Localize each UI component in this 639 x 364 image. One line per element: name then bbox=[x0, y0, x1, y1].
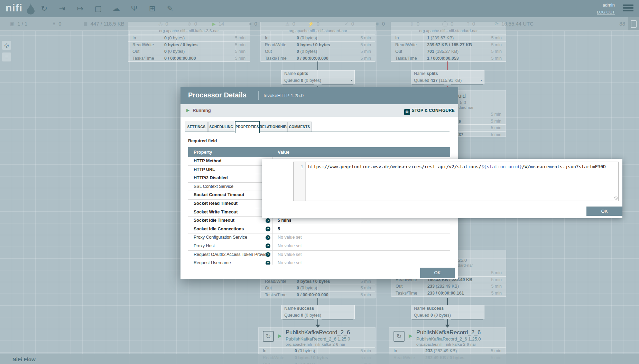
funnel-icon[interactable]: Ψ bbox=[127, 2, 141, 15]
dialog-ok-button[interactable]: OK bbox=[420, 268, 455, 278]
stat-label: Tasks/Time bbox=[265, 56, 297, 61]
processor-bundle: org.apache.nifi - nifi-standard-nar bbox=[261, 27, 375, 35]
stat-label: Tasks/Time bbox=[396, 291, 427, 296]
stop-and-configure-button[interactable]: ⚙STOP & CONFIGURE bbox=[404, 107, 455, 115]
help-icon[interactable]: ? bbox=[266, 227, 270, 231]
processor-bundle: org.apache.nifi - nifi-kafka-2-6-nar bbox=[416, 342, 476, 346]
stat-value: 0 (0 bytes) bbox=[295, 348, 360, 353]
label-icon[interactable]: ✎ bbox=[163, 2, 177, 15]
queued-label: Queued bbox=[414, 78, 429, 83]
processor-icon[interactable]: ↻ bbox=[37, 2, 51, 15]
stat-value: 0 / 00:00:00.000 bbox=[297, 56, 360, 61]
stat-fragment: s bbox=[459, 119, 461, 124]
property-value[interactable]: 5 bbox=[273, 225, 360, 233]
property-value[interactable]: No value set bbox=[273, 233, 360, 242]
tab-settings[interactable]: SETTINGS bbox=[185, 122, 208, 132]
property-name: Socket Connect Timeout? bbox=[188, 191, 273, 199]
help-icon[interactable]: ? bbox=[266, 243, 270, 248]
running-icon: ▶ bbox=[278, 333, 282, 338]
property-row[interactable]: Proxy Configuration Service?No value set bbox=[188, 233, 450, 242]
property-row[interactable]: Socket Idle Connections?5 bbox=[188, 225, 450, 234]
stat-label: Tasks/Time bbox=[132, 56, 164, 61]
property-value[interactable]: No value set bbox=[273, 242, 360, 250]
output-port-icon[interactable]: ↦ bbox=[73, 2, 87, 15]
property-row[interactable]: Request Username?No value set bbox=[188, 259, 450, 265]
property-row[interactable]: Proxy Host?No value set bbox=[188, 242, 450, 251]
stat-window: 5 min bbox=[491, 56, 502, 61]
dialog-title: Processor Details bbox=[188, 91, 247, 99]
backpressure-bars bbox=[281, 319, 355, 321]
document-icon bbox=[631, 20, 637, 28]
stat-window: 5 min bbox=[491, 125, 501, 130]
stat-fragment: 37 bbox=[459, 132, 463, 137]
breadcrumb-bar: NiFi Flow bbox=[0, 354, 639, 364]
stat-label: Read/Write bbox=[265, 42, 297, 47]
stat-value: 1 / 00:00:00.053 bbox=[427, 56, 491, 61]
processor-block[interactable]: org.apache.nifi - nifi-kafka-2-6-nar In0… bbox=[128, 22, 250, 61]
stat-label: In bbox=[265, 36, 297, 40]
tab-relationships[interactable]: RELATIONSHIPS bbox=[259, 122, 287, 132]
stat-window: 5 min bbox=[491, 36, 502, 40]
help-icon[interactable]: ? bbox=[266, 261, 270, 265]
editor-ok-button[interactable]: OK bbox=[586, 207, 622, 216]
stat-window: 5 min bbox=[360, 56, 371, 61]
property-value-editor: 1 https://www.pegelonline.wsv.de/webserv… bbox=[262, 159, 622, 218]
running-icon: ▶ bbox=[186, 108, 189, 113]
tab-scheduling[interactable]: SCHEDULING bbox=[208, 122, 234, 132]
process-group-icon[interactable]: ▢ bbox=[91, 2, 105, 15]
backpressure-bars bbox=[281, 84, 355, 86]
global-menu-icon[interactable] bbox=[623, 4, 633, 13]
stat-value: 0 (0 bytes) bbox=[297, 286, 360, 290]
title-divider bbox=[258, 91, 259, 100]
resize-handle-icon[interactable] bbox=[614, 197, 618, 200]
editor-content[interactable]: https://www.pegelonline.wsv.de/webservic… bbox=[308, 163, 616, 170]
connection-label[interactable]: Name success Queued 0 (0 bytes) bbox=[411, 305, 484, 321]
stat-value: 0 bytes / 0 bytes bbox=[297, 42, 360, 47]
nifi-logo: nifi bbox=[6, 2, 22, 14]
remote-process-group-icon[interactable]: ☁ bbox=[109, 2, 123, 15]
stat-label: Tasks/Time bbox=[395, 56, 427, 61]
stat-value: 1 (239.67 KB) bbox=[427, 36, 491, 40]
help-icon[interactable]: ? bbox=[266, 235, 270, 240]
processor-block[interactable]: org.apache.nifi - nifi-standard-nar In0 … bbox=[261, 22, 375, 61]
dialog-status-bar: ▶ Running ⚙STOP & CONFIGURE bbox=[180, 104, 458, 117]
connection-label[interactable]: Name success Queued 0 (0 bytes) bbox=[281, 305, 355, 321]
property-value[interactable]: No value set bbox=[273, 251, 360, 259]
stat-label: Out bbox=[132, 49, 164, 54]
dialog-header: Processor Details InvokeHTTP 1.25.0 bbox=[180, 87, 458, 104]
processor-block[interactable]: org.apache.nifi - nifi-standard-nar In1 … bbox=[391, 22, 506, 61]
value-column-header: Value bbox=[278, 147, 289, 157]
property-name: HTTP Method? bbox=[188, 157, 273, 165]
connection-arrow bbox=[445, 325, 450, 328]
template-icon[interactable]: ⊞ bbox=[145, 2, 159, 15]
locally-modified-icon: ∗ bbox=[375, 21, 379, 27]
connection-label[interactable]: Name splits Queued 437 (115.91 KB)◔ bbox=[411, 70, 484, 86]
stat-window: 5 min bbox=[491, 348, 501, 353]
property-value[interactable]: No value set bbox=[273, 259, 360, 265]
gear-icon: ⚙ bbox=[404, 109, 410, 115]
property-name: Request Username? bbox=[188, 259, 273, 265]
input-port-icon[interactable]: ⇥ bbox=[55, 2, 69, 15]
navigate-palette-icon[interactable]: ◎ bbox=[2, 41, 11, 50]
processor-name: PublishKafkaRecord_2_6 bbox=[286, 329, 350, 336]
help-icon[interactable]: ? bbox=[266, 252, 270, 257]
tab-comments[interactable]: COMMENTS bbox=[287, 122, 312, 132]
stat-value: 0 (0 bytes) bbox=[297, 49, 360, 54]
stat-window: 5 min bbox=[360, 42, 371, 47]
property-row[interactable]: Request OAuth2 Access Token Provider?No … bbox=[188, 251, 450, 259]
threads-icon: ⠿ bbox=[52, 21, 56, 27]
connection-label[interactable]: Name splits Queued 0 (0 bytes)◔ bbox=[281, 70, 355, 86]
code-editor[interactable]: 1 https://www.pegelonline.wsv.de/webserv… bbox=[293, 162, 619, 201]
operate-palette-icon[interactable]: ≡ bbox=[2, 52, 11, 61]
stat-window: 5 min bbox=[235, 42, 246, 47]
breadcrumb[interactable]: NiFi Flow bbox=[12, 354, 36, 364]
document-panel-toggle[interactable] bbox=[628, 17, 639, 30]
connection-name-label: Name bbox=[414, 71, 425, 76]
stat-value: 0 (0 bytes) bbox=[297, 36, 360, 40]
tab-properties[interactable]: PROPERTIES bbox=[235, 121, 260, 133]
logout-link[interactable]: LOG OUT bbox=[597, 10, 615, 15]
stat-window: 5 min bbox=[491, 112, 501, 117]
processor-bundle-fragment: dard-nar bbox=[458, 263, 473, 267]
help-icon[interactable]: ? bbox=[266, 218, 270, 223]
property-name: Socket Idle Connections? bbox=[188, 225, 273, 233]
